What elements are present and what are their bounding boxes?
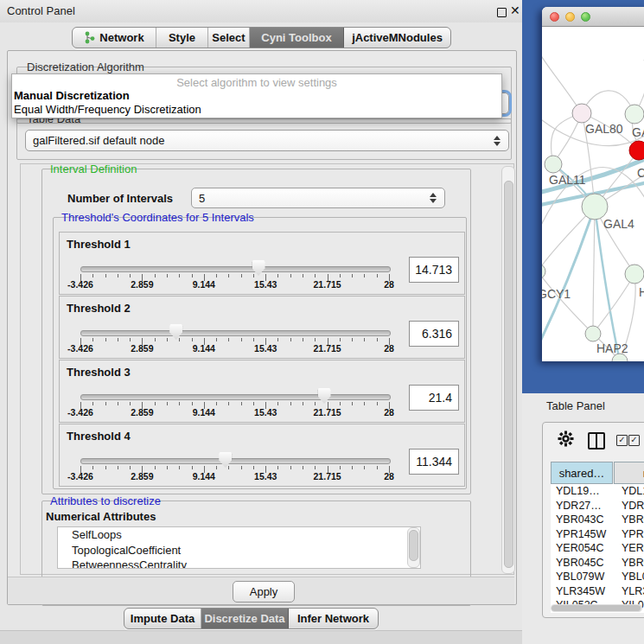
tick-label: 15.43 [254,407,277,418]
tick-mark [377,274,378,277]
table-row[interactable]: YBR043CYBR0 [551,513,644,527]
threshold-slider-track[interactable] [80,266,391,272]
table-row[interactable]: YBL079WYBL0 [551,570,644,584]
attribute-list-item[interactable]: TopologicalCoefficient [58,543,420,558]
tick-mark [290,274,291,277]
tick-mark [192,338,193,341]
tick-mark [364,338,365,341]
threshold-label: Threshold 2 [67,302,131,315]
bottom-strip [0,630,522,644]
table-hscrollbar[interactable] [551,604,642,612]
network-window-titlebar[interactable] [542,7,644,27]
tick-label: 21.715 [314,407,341,418]
apply-button[interactable]: Apply [233,581,295,603]
mac-minimize-button[interactable] [565,12,575,22]
node-label: H [639,285,644,299]
table-row[interactable]: YDL19…YDL1 [551,484,644,499]
tab-jactivemnodules[interactable]: jActiveMNodules [344,28,450,48]
tick-mark [315,338,316,341]
network-node-gcy1[interactable] [542,264,545,279]
tick-mark [340,274,341,277]
threshold-value-field[interactable]: 14.713 [409,257,459,283]
number-of-intervals-select[interactable]: 5 [191,188,445,208]
bottom-tab-impute-data[interactable]: Impute Data [124,609,201,628]
numerical-attributes-list[interactable]: SelfLoopsTopologicalCoefficientBetweenne… [57,526,421,569]
algorithm-option[interactable]: Manual Discretization [12,89,501,103]
tick-label: -3.426 [67,343,93,354]
tick-mark [228,466,229,469]
network-node-gal80[interactable] [572,104,591,123]
tick-mark [377,402,378,405]
tick-mark [340,338,341,341]
attribute-list-item[interactable]: BetweennessCentrality [58,558,420,569]
tab-label: Style [169,31,195,44]
table-row[interactable]: YPR145WYPR1 [551,527,644,542]
tick-mark [315,466,316,469]
tick-mark [130,338,131,341]
table-cell: YLR345W [551,584,618,599]
threshold-slider-track[interactable] [80,330,391,336]
tick-mark [277,466,278,469]
tab-select[interactable]: Select [208,28,250,48]
network-node-gal4[interactable] [582,194,608,220]
column-header-name[interactable]: name [614,462,644,484]
tick-mark [118,274,118,277]
node-label: C [637,166,644,180]
mac-zoom-button[interactable] [581,12,590,22]
threshold-slider-handle[interactable] [318,388,331,404]
tab-style[interactable]: Style [156,28,208,48]
threshold-value-field[interactable]: 11.344 [409,449,459,475]
table-panel: shared…nameYDL19…YDL1YDR27…YDR2YBR043CYB… [542,422,644,618]
tab-network[interactable]: Network [73,28,156,48]
tab-cyni-toolbox[interactable]: Cyni Toolbox [250,28,344,48]
network-view-window: GAL80GACGAL11GAL4GCY1HHAP2 [542,7,644,361]
bottom-tab-label: Infer Network [297,612,369,625]
float-icon[interactable] [497,8,507,17]
attributes-scrollbar[interactable] [407,527,420,568]
table-cell: YBL0 [616,570,644,584]
table-row[interactable]: YDR27…YDR2 [551,499,644,513]
checkbox-icon[interactable] [616,435,628,446]
algorithm-options: Manual DiscretizationEqual Width/Frequen… [12,89,501,117]
column-view-icon[interactable] [588,432,605,450]
threshold-slider-track[interactable] [80,458,391,464]
table-row[interactable]: YLR345WYLR3 [551,584,644,599]
close-icon[interactable]: ✕ [510,3,520,17]
tick-label: 28 [384,407,394,418]
network-canvas[interactable]: GAL80GACGAL11GAL4GCY1HHAP2 [542,27,644,361]
tick-label: 15.43 [254,343,277,354]
network-node-ga[interactable] [625,105,644,124]
settings-gear-icon[interactable] [558,430,574,447]
algorithm-option[interactable]: Equal Width/Frequency Discretization [12,103,501,117]
tab-label: Select [212,31,245,44]
threshold-stack: Threshold 1-3.4262.8599.14415.4321.71528… [54,218,466,488]
network-node-hap2[interactable] [585,326,601,341]
checkbox-icon[interactable] [628,435,640,446]
table-cell: YBR043C [551,513,618,527]
threshold-value-field[interactable]: 21.4 [409,385,459,411]
threshold-slider-handle[interactable] [219,452,232,468]
number-of-intervals-label: Number of Intervals [67,192,173,205]
tick-mark [228,402,229,405]
network-node-c[interactable] [629,141,644,160]
bottom-tab-discretize-data[interactable]: Discretize Data [201,609,289,628]
tick-mark [364,274,365,277]
table-row[interactable]: YER054CYER0 [551,541,644,556]
tick-label: -3.426 [67,279,93,290]
tick-mark [303,274,303,277]
table-cell: YDR27… [551,499,618,513]
table-row[interactable]: YBR045CYBR0 [551,556,644,571]
bottom-tab-infer-network[interactable]: Infer Network [289,609,378,628]
tick-mark [155,466,156,469]
threshold-slider-handle[interactable] [169,324,182,340]
network-node-h[interactable] [625,265,644,284]
threshold-label: Threshold 1 [67,238,131,251]
settings-scrollbar[interactable] [501,166,515,574]
attribute-list-item[interactable]: SelfLoops [58,527,420,543]
table-data-select[interactable]: galFiltered.sif default node [25,130,509,151]
threshold-slider-track[interactable] [80,394,391,400]
mac-close-button[interactable] [550,12,559,22]
network-node-gal11[interactable] [545,156,562,173]
threshold-value-field[interactable]: 6.316 [409,321,459,347]
column-header-shared[interactable]: shared… [551,462,613,484]
